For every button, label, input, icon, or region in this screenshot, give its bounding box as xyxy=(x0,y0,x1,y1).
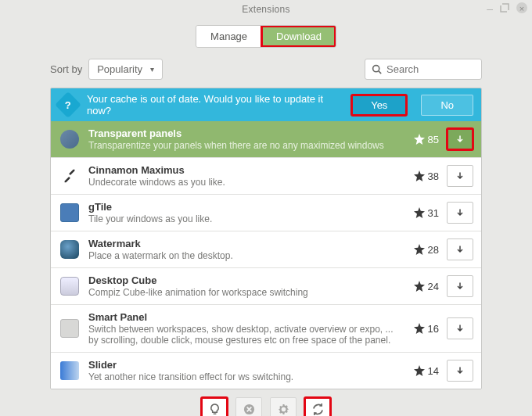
rating: 16 xyxy=(403,323,439,335)
extension-icon xyxy=(59,360,81,382)
extension-panel: ? Your cache is out of date. Would you l… xyxy=(50,88,482,389)
title-bar: Extensions – × xyxy=(0,0,532,19)
star-icon xyxy=(414,323,425,334)
sort-dropdown[interactable]: Popularity ▾ xyxy=(88,59,163,80)
tab-manage[interactable]: Manage xyxy=(196,26,261,47)
refresh-button[interactable] xyxy=(304,397,331,416)
rating: 85 xyxy=(403,134,439,145)
list-item[interactable]: Desktop Cube Compiz Cube-like animation … xyxy=(51,267,481,304)
lightbulb-icon xyxy=(209,403,221,415)
download-button[interactable] xyxy=(447,238,473,260)
star-icon xyxy=(414,244,425,255)
extension-name: Transparent panels xyxy=(88,127,395,139)
download-button[interactable] xyxy=(447,275,473,297)
list-item[interactable]: Transparent panels Transparentize your p… xyxy=(51,121,481,157)
star-icon xyxy=(414,281,425,292)
minimize-icon[interactable]: – xyxy=(487,2,493,16)
rating: 14 xyxy=(403,365,439,377)
star-icon xyxy=(414,134,425,145)
download-button[interactable] xyxy=(447,360,473,382)
rating: 38 xyxy=(403,170,439,182)
list-item[interactable]: Smart Panel Switch between workspaces, s… xyxy=(51,304,481,352)
extension-desc: Compiz Cube-like animation for workspace… xyxy=(88,287,395,298)
extension-icon xyxy=(59,317,81,339)
download-button[interactable] xyxy=(447,317,473,339)
extension-name: Slider xyxy=(88,359,395,371)
svg-line-1 xyxy=(379,71,381,74)
bottom-toolbar xyxy=(50,389,482,416)
list-item[interactable]: Watermark Place a watermark on the deskt… xyxy=(51,231,481,267)
tab-download[interactable]: Download xyxy=(261,26,336,47)
extension-desc: Tile your windows as you like. xyxy=(88,213,395,224)
extension-name: gTile xyxy=(88,201,395,213)
banner-text: Your cache is out of date. Would you lik… xyxy=(87,93,342,117)
remove-button xyxy=(235,397,262,416)
gear-icon xyxy=(278,403,289,415)
toolbar: Sort by Popularity ▾ xyxy=(50,59,482,80)
search-input[interactable] xyxy=(386,63,475,75)
maximize-icon[interactable] xyxy=(499,2,510,16)
search-icon xyxy=(372,64,382,74)
remove-icon xyxy=(243,403,255,415)
star-icon xyxy=(414,365,425,376)
svg-point-0 xyxy=(373,66,379,72)
window-title: Extensions xyxy=(242,4,290,15)
extension-name: Desktop Cube xyxy=(88,274,395,286)
help-icon: ? xyxy=(55,91,81,118)
settings-button xyxy=(270,397,297,416)
refresh-icon xyxy=(312,403,324,415)
cache-banner: ? Your cache is out of date. Would you l… xyxy=(51,88,481,121)
extension-icon xyxy=(59,128,81,150)
search-field[interactable] xyxy=(365,59,482,80)
rating: 24 xyxy=(403,281,439,292)
chevron-down-icon: ▾ xyxy=(150,65,154,74)
rating: 31 xyxy=(403,207,439,219)
extension-icon xyxy=(59,165,81,187)
extension-desc: Place a watermark on the desktop. xyxy=(88,250,395,261)
extension-name: Smart Panel xyxy=(88,311,395,323)
extension-desc: Transparentize your panels when there ar… xyxy=(88,140,395,151)
list-item[interactable]: Slider Yet another nice transition effec… xyxy=(51,352,481,389)
banner-yes-button[interactable]: Yes xyxy=(351,95,407,116)
close-icon[interactable]: × xyxy=(516,2,527,13)
banner-no-button[interactable]: No xyxy=(421,95,473,116)
extension-desc: Yet another nice transition effect for w… xyxy=(88,371,395,382)
list-item[interactable]: gTile Tile your windows as you like. 31 xyxy=(51,194,481,231)
extension-icon xyxy=(59,238,81,260)
sort-control: Sort by Popularity ▾ xyxy=(50,59,163,80)
sort-label: Sort by xyxy=(50,63,82,75)
download-button[interactable] xyxy=(447,128,473,150)
extension-icon xyxy=(59,202,81,224)
list-item[interactable]: Cinnamon Maximus Undecorate windows as y… xyxy=(51,157,481,194)
download-button[interactable] xyxy=(447,165,473,187)
extension-name: Cinnamon Maximus xyxy=(88,164,395,176)
extension-icon xyxy=(59,275,81,297)
star-icon xyxy=(414,170,425,181)
rating: 28 xyxy=(403,244,439,256)
extension-desc: Switch between workspaces, show desktop,… xyxy=(88,324,395,346)
sort-value: Popularity xyxy=(97,63,142,75)
about-button[interactable] xyxy=(201,397,228,416)
extension-name: Watermark xyxy=(88,238,395,249)
download-button[interactable] xyxy=(447,202,473,224)
tab-bar: Manage Download xyxy=(0,19,532,59)
star-icon xyxy=(414,207,425,218)
extension-desc: Undecorate windows as you like. xyxy=(88,177,395,188)
